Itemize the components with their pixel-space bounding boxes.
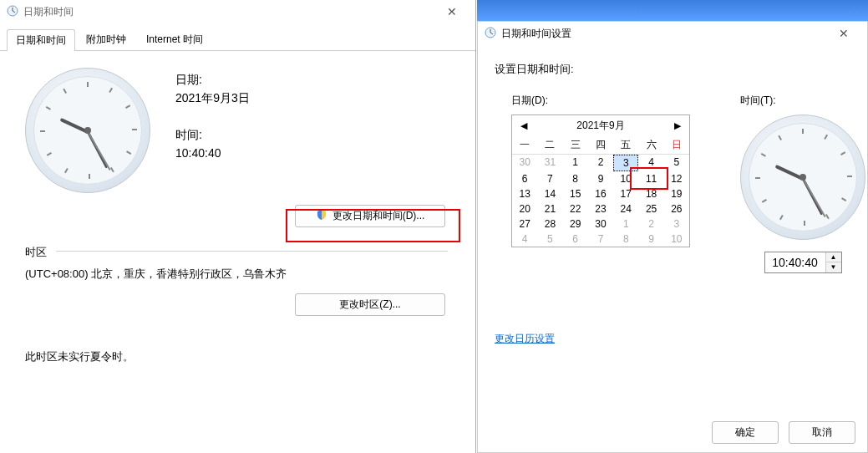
settings-titlebar: 日期和时间设置 ✕ xyxy=(478,22,867,45)
cal-weekday: 一 xyxy=(512,136,537,155)
date-time-settings-dialog: 日期和时间设置 ✕ 设置日期和时间: 日期(D): ◀ 2021年9月 ▶ 一二… xyxy=(477,21,868,453)
dst-note: 此时区未实行夏令时。 xyxy=(25,349,450,364)
date-label: 日期: xyxy=(175,73,250,88)
cal-day[interactable]: 30 xyxy=(512,155,537,171)
time-spinner[interactable]: ▲ ▼ xyxy=(764,252,842,273)
time-spin-up[interactable]: ▲ xyxy=(826,252,841,262)
cal-day[interactable]: 19 xyxy=(664,186,689,201)
cancel-button[interactable]: 取消 xyxy=(789,421,855,444)
change-calendar-settings-link[interactable]: 更改日历设置 xyxy=(495,333,555,344)
date-value: 2021年9月3日 xyxy=(175,91,250,106)
change-date-time-label: 更改日期和时间(D)... xyxy=(332,209,425,223)
clock-app-icon xyxy=(7,5,18,19)
cal-day[interactable]: 11 xyxy=(638,171,663,186)
tab-internet-time[interactable]: Internet 时间 xyxy=(137,28,212,50)
cal-day[interactable]: 1 xyxy=(613,216,638,232)
cal-day[interactable]: 17 xyxy=(613,186,638,201)
analog-clock xyxy=(25,68,150,193)
cal-weekday: 三 xyxy=(563,136,588,155)
window-title: 日期和时间 xyxy=(23,5,435,19)
change-date-time-button[interactable]: 更改日期和时间(D)... xyxy=(295,205,445,227)
cal-day[interactable]: 5 xyxy=(537,232,562,247)
cal-day[interactable]: 20 xyxy=(512,201,537,216)
analog-clock-settings xyxy=(740,115,865,240)
cal-day[interactable]: 28 xyxy=(537,216,562,232)
cal-day[interactable]: 21 xyxy=(537,201,562,216)
calendar: ◀ 2021年9月 ▶ 一二三四五六日 30311234567891011121… xyxy=(511,115,690,247)
cal-day[interactable]: 9 xyxy=(588,171,613,186)
clock-app-icon xyxy=(485,27,496,41)
cal-day[interactable]: 6 xyxy=(512,171,537,186)
cal-day[interactable]: 26 xyxy=(664,201,689,216)
cal-day[interactable]: 5 xyxy=(664,155,689,171)
cal-day[interactable]: 4 xyxy=(638,155,663,171)
timezone-value: (UTC+08:00) 北京，重庆，香港特别行政区，乌鲁木齐 xyxy=(25,267,450,282)
cal-day[interactable]: 29 xyxy=(563,216,588,232)
settings-title: 日期和时间设置 xyxy=(501,27,827,41)
cal-day[interactable]: 30 xyxy=(588,216,613,232)
cal-day[interactable]: 22 xyxy=(563,201,588,216)
timezone-heading: 时区 xyxy=(25,246,47,258)
cal-month-title[interactable]: 2021年9月 xyxy=(576,119,624,133)
date-time-window: 日期和时间 ✕ 日期和时间 附加时钟 Internet 时间 日期: 2021年… xyxy=(0,0,476,453)
time-picker-label: 时间(T): xyxy=(740,94,865,108)
cal-day[interactable]: 24 xyxy=(613,201,638,216)
cal-day[interactable]: 10 xyxy=(613,171,638,186)
cal-day[interactable]: 7 xyxy=(537,171,562,186)
cal-day[interactable]: 23 xyxy=(588,201,613,216)
cal-day[interactable]: 1 xyxy=(563,155,588,171)
cal-day[interactable]: 27 xyxy=(512,216,537,232)
time-spin-down[interactable]: ▼ xyxy=(826,262,841,272)
cal-day[interactable]: 14 xyxy=(537,186,562,201)
tab-datetime[interactable]: 日期和时间 xyxy=(7,29,75,51)
cal-day[interactable]: 3 xyxy=(664,216,689,232)
titlebar: 日期和时间 ✕ xyxy=(0,0,475,23)
cal-day[interactable]: 7 xyxy=(588,232,613,247)
cal-day[interactable]: 10 xyxy=(664,232,689,247)
close-button[interactable]: ✕ xyxy=(435,5,469,18)
cal-day[interactable]: 12 xyxy=(664,171,689,186)
cal-day[interactable]: 3 xyxy=(613,155,638,171)
cal-weekday: 四 xyxy=(588,136,613,155)
cal-day[interactable]: 2 xyxy=(638,216,663,232)
tab-additional-clocks[interactable]: 附加时钟 xyxy=(77,28,135,50)
cal-prev-month[interactable]: ◀ xyxy=(517,120,530,131)
tabs: 日期和时间 附加时钟 Internet 时间 xyxy=(0,23,475,51)
shield-icon xyxy=(316,209,327,223)
cal-day[interactable]: 8 xyxy=(613,232,638,247)
cal-day[interactable]: 31 xyxy=(537,155,562,171)
cal-weekday: 日 xyxy=(664,136,689,155)
cal-weekday: 二 xyxy=(537,136,562,155)
cal-day[interactable]: 16 xyxy=(588,186,613,201)
cal-day[interactable]: 8 xyxy=(563,171,588,186)
cal-day[interactable]: 25 xyxy=(638,201,663,216)
cal-day[interactable]: 13 xyxy=(512,186,537,201)
time-input[interactable] xyxy=(765,252,825,272)
divider xyxy=(56,251,448,252)
cal-weekday: 六 xyxy=(638,136,663,155)
ok-button[interactable]: 确定 xyxy=(712,421,779,444)
cal-day[interactable]: 2 xyxy=(588,155,613,171)
settings-close-button[interactable]: ✕ xyxy=(827,27,860,40)
cal-day[interactable]: 18 xyxy=(638,186,663,201)
settings-heading: 设置日期和时间: xyxy=(495,62,850,77)
time-value: 10:40:40 xyxy=(175,146,250,160)
cal-day[interactable]: 4 xyxy=(512,232,537,247)
date-picker-label: 日期(D): xyxy=(511,94,690,108)
cal-day[interactable]: 6 xyxy=(563,232,588,247)
tab-content: 日期: 2021年9月3日 时间: 10:40:40 更改日期和时间(D)...… xyxy=(0,51,475,381)
cal-next-month[interactable]: ▶ xyxy=(671,120,684,131)
change-timezone-button[interactable]: 更改时区(Z)... xyxy=(295,293,445,316)
cal-day[interactable]: 9 xyxy=(638,232,663,247)
cal-weekday: 五 xyxy=(613,136,638,155)
cal-day[interactable]: 15 xyxy=(563,186,588,201)
time-label: 时间: xyxy=(175,128,250,143)
desktop-background-strip xyxy=(477,0,868,21)
